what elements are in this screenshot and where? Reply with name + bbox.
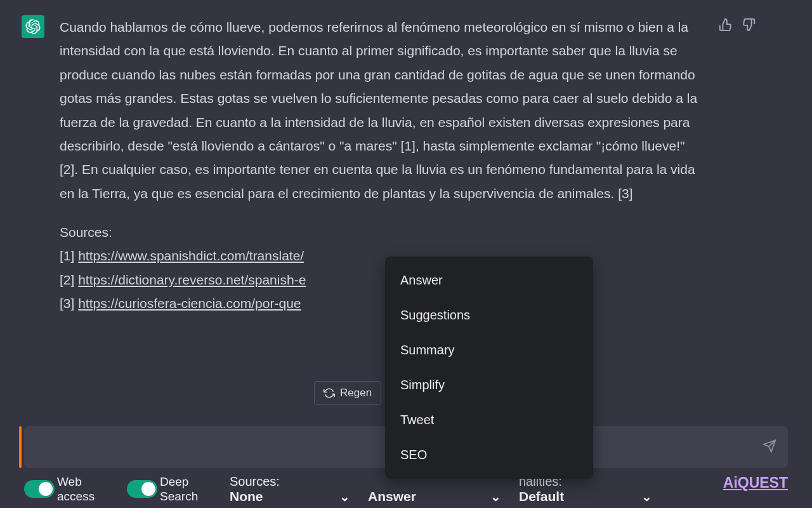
thumbs-down-button[interactable]: [742, 18, 756, 331]
refresh-icon: [324, 387, 335, 399]
source-3-link[interactable]: https://curiosfera-ciencia.com/por-que: [78, 296, 301, 311]
deep-search-toggle-group: Deep Search: [127, 474, 212, 505]
sources-dropdown-label: Sources:: [230, 474, 350, 489]
aiquest-link[interactable]: AiQUEST: [723, 474, 788, 491]
regenerate-label: Regen: [340, 387, 372, 399]
web-access-toggle[interactable]: [24, 480, 55, 498]
chevron-down-icon: ⌄: [641, 489, 652, 504]
popup-item-suggestions[interactable]: Suggestions: [385, 298, 593, 333]
mode-dropdown-value[interactable]: Answer ⌄: [368, 489, 501, 504]
assistant-avatar: [22, 15, 44, 38]
sources-dropdown: Sources: None ⌄: [230, 474, 350, 504]
chevron-down-icon: ⌄: [339, 489, 350, 504]
thumbs-down-icon: [742, 18, 756, 32]
source-1-link[interactable]: https://www.spanishdict.com/translate/: [78, 248, 304, 263]
sources-dropdown-value[interactable]: None ⌄: [230, 489, 350, 504]
personalities-dropdown-value[interactable]: Default ⌄: [519, 489, 652, 504]
web-access-toggle-group: Web access: [24, 474, 109, 505]
message-body: Cuando hablamos de cómo llueve, podemos …: [60, 15, 704, 205]
source-2-link[interactable]: https://dictionary.reverso.net/spanish-e: [78, 272, 306, 287]
popup-item-answer[interactable]: Answer: [385, 263, 593, 298]
sources-label: Sources:: [60, 225, 112, 239]
popup-item-seo[interactable]: SEO: [385, 438, 593, 472]
thumbs-up-icon: [719, 18, 733, 32]
thumbs-up-button[interactable]: [719, 18, 733, 331]
send-button[interactable]: [763, 439, 776, 455]
popup-item-tweet[interactable]: Tweet: [385, 403, 593, 438]
action-popup-menu: Answer Suggestions Summary Simplify Twee…: [385, 257, 593, 479]
deep-search-toggle[interactable]: [127, 480, 157, 498]
chevron-down-icon: ⌄: [490, 489, 501, 504]
regenerate-button[interactable]: Regen: [314, 381, 381, 405]
popup-item-simplify[interactable]: Simplify: [385, 368, 593, 403]
deep-search-label: Deep Search: [160, 474, 212, 505]
openai-logo-icon: [25, 19, 41, 34]
web-access-label: Web access: [57, 474, 109, 505]
send-icon: [763, 439, 776, 453]
assistant-message-content: Cuando hablamos de cómo llueve, podemos …: [60, 15, 704, 331]
sources-block: Sources: [1] https://www.spanishdict.com…: [60, 220, 704, 316]
popup-item-summary[interactable]: Summary: [385, 333, 593, 368]
source-1: [1] https://www.spanishdict.com/translat…: [60, 248, 304, 263]
feedback-buttons: [719, 15, 756, 331]
